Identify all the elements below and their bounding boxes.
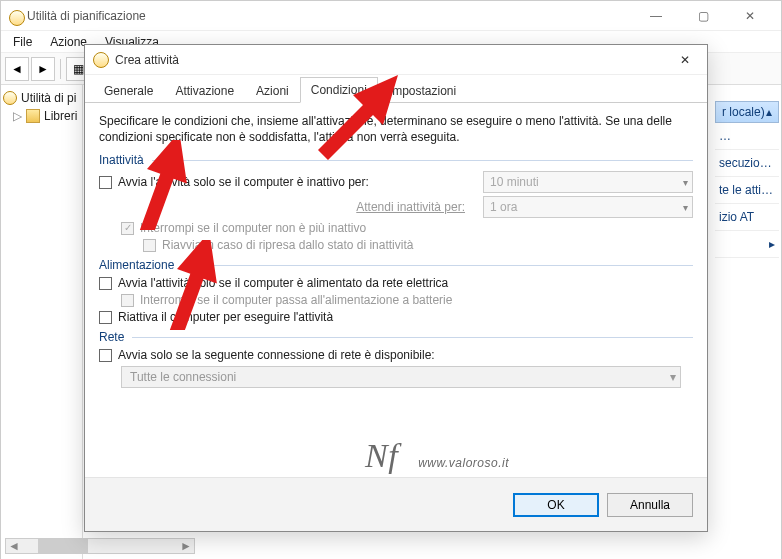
expand-icon[interactable]: ▷ bbox=[13, 109, 22, 123]
scroll-thumb[interactable] bbox=[38, 539, 88, 553]
checkbox-idle-start[interactable] bbox=[99, 176, 112, 189]
main-title: Utilità di pianificazione bbox=[9, 9, 633, 23]
create-task-dialog: Crea attività ✕ Generale Attivazione Azi… bbox=[84, 44, 708, 532]
label-ac-only: Avvia l'attività solo se il computer è a… bbox=[118, 276, 448, 290]
cancel-button[interactable]: Annulla bbox=[607, 493, 693, 517]
combo-network: Tutte le connessioni ▾ bbox=[121, 366, 681, 388]
back-button[interactable]: ◄ bbox=[5, 57, 29, 81]
horizontal-scrollbar[interactable]: ◄ ► bbox=[5, 538, 195, 554]
actions-header-label: r locale) bbox=[722, 105, 765, 119]
scroll-right-icon[interactable]: ► bbox=[178, 539, 194, 553]
group-inattivita: Inattività bbox=[99, 153, 693, 167]
action-item[interactable]: secuzio… bbox=[715, 150, 779, 177]
dialog-footer: OK Annulla bbox=[85, 477, 707, 531]
dialog-body: Specificare le condizioni che, insieme a… bbox=[85, 103, 707, 479]
label-stop-battery: Interrompi se il computer passa all'alim… bbox=[140, 293, 452, 307]
tab-azioni[interactable]: Azioni bbox=[245, 78, 300, 103]
tree-lib-label: Libreri bbox=[44, 109, 77, 123]
actions-pane: r locale) ▴ … secuzio… te le atti… izio … bbox=[715, 101, 779, 258]
action-item[interactable]: te le atti… bbox=[715, 177, 779, 204]
description-text: Specificare le condizioni che, insieme a… bbox=[99, 113, 693, 145]
tab-generale[interactable]: Generale bbox=[93, 78, 164, 103]
actions-header: r locale) ▴ bbox=[715, 101, 779, 123]
group-alimentazione: Alimentazione bbox=[99, 258, 693, 272]
checkbox-net-only[interactable] bbox=[99, 349, 112, 362]
folder-icon bbox=[26, 109, 40, 123]
close-button[interactable]: ✕ bbox=[727, 2, 773, 30]
action-item[interactable]: … bbox=[715, 123, 779, 150]
dialog-close-button[interactable]: ✕ bbox=[671, 46, 699, 74]
ok-button[interactable]: OK bbox=[513, 493, 599, 517]
checkbox-idle-restart bbox=[143, 239, 156, 252]
maximize-button[interactable]: ▢ bbox=[680, 2, 726, 30]
label-wait: Attendi inattività per: bbox=[121, 200, 477, 214]
combo-idle-for[interactable]: 10 minuti▾ bbox=[483, 171, 693, 193]
chevron-up-icon[interactable]: ▴ bbox=[766, 105, 772, 119]
label-idle-restart: Riavvia in caso di ripresa dallo stato d… bbox=[162, 238, 413, 252]
clock-icon bbox=[93, 52, 109, 68]
chevron-down-icon: ▾ bbox=[683, 177, 688, 188]
watermark: Nfwww.valoroso.it bbox=[365, 437, 509, 475]
combo-wait-for[interactable]: 1 ora▾ bbox=[483, 196, 693, 218]
label-wake: Riattiva il computer per eseguire l'atti… bbox=[118, 310, 333, 324]
main-titlebar: Utilità di pianificazione — ▢ ✕ bbox=[1, 1, 781, 31]
tree-pane: Utilità di pi ▷ Libreri bbox=[1, 85, 83, 559]
dialog-titlebar: Crea attività ✕ bbox=[85, 45, 707, 75]
dialog-title: Crea attività bbox=[115, 53, 671, 67]
tab-condizioni[interactable]: Condizioni bbox=[300, 77, 378, 103]
action-item[interactable]: izio AT bbox=[715, 204, 779, 231]
forward-button[interactable]: ► bbox=[31, 57, 55, 81]
checkbox-idle-stop bbox=[121, 222, 134, 235]
label-idle-start: Avvia l'attività solo se il computer è i… bbox=[118, 175, 477, 189]
label-idle-stop: Interrompi se il computer non è più inat… bbox=[140, 221, 366, 235]
tab-attivazione[interactable]: Attivazione bbox=[164, 78, 245, 103]
menu-file[interactable]: File bbox=[5, 33, 40, 51]
chevron-right-icon: ▸ bbox=[769, 237, 775, 251]
checkbox-stop-battery bbox=[121, 294, 134, 307]
clock-icon bbox=[3, 91, 17, 105]
group-rete: Rete bbox=[99, 330, 693, 344]
tree-library[interactable]: ▷ Libreri bbox=[3, 107, 80, 125]
chevron-down-icon: ▾ bbox=[670, 370, 676, 384]
chevron-down-icon: ▾ bbox=[683, 202, 688, 213]
tabstrip: Generale Attivazione Azioni Condizioni I… bbox=[85, 75, 707, 103]
tree-root-label: Utilità di pi bbox=[21, 91, 76, 105]
scroll-left-icon[interactable]: ◄ bbox=[6, 539, 22, 553]
tree-root[interactable]: Utilità di pi bbox=[3, 89, 80, 107]
checkbox-wake[interactable] bbox=[99, 311, 112, 324]
label-net-only: Avvia solo se la seguente connessione di… bbox=[118, 348, 435, 362]
tab-impostazioni[interactable]: Impostazioni bbox=[378, 78, 467, 103]
action-expand[interactable]: ▸ bbox=[715, 231, 779, 258]
minimize-button[interactable]: — bbox=[633, 2, 679, 30]
checkbox-ac-only[interactable] bbox=[99, 277, 112, 290]
